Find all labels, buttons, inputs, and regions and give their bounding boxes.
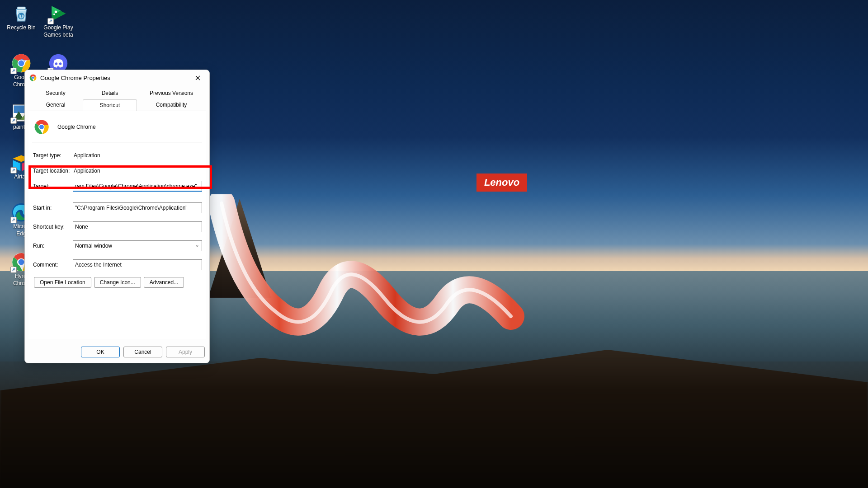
shortcut-arrow-icon: ↗ <box>10 167 17 174</box>
shortcut-arrow-icon: ↗ <box>10 267 17 273</box>
tab-security[interactable]: Security <box>28 87 83 99</box>
dialog-title: Google Chrome Properties <box>40 75 185 81</box>
play-games-icon: ↗ <box>48 4 68 23</box>
desktop-icon-recycle-bin[interactable]: Recycle Bin <box>4 4 39 32</box>
dialog-footer: OK Cancel Apply <box>25 343 209 363</box>
desktop-icon-label: Google Play Games beta <box>41 24 76 38</box>
target-location-value: Application <box>73 168 202 174</box>
desktop-wallpaper[interactable]: Lenovo Recycle Bin ↗ Google Play Games b… <box>0 0 868 488</box>
svg-point-9 <box>19 61 24 66</box>
close-icon <box>195 75 200 80</box>
dialog-titlebar[interactable]: Google Chrome Properties <box>25 70 209 85</box>
target-location-label: Target location: <box>32 168 73 174</box>
ok-button[interactable]: OK <box>81 347 120 357</box>
svg-point-2 <box>55 11 57 14</box>
target-label: Target: <box>32 183 73 189</box>
comment-input[interactable] <box>73 259 202 270</box>
change-icon-button[interactable]: Change Icon... <box>94 277 141 288</box>
open-file-location-button[interactable]: Open File Location <box>34 277 91 288</box>
desktop-icon-google-play-games[interactable]: ↗ Google Play Games beta <box>41 4 76 38</box>
apply-button[interactable]: Apply <box>166 347 205 357</box>
tab-general[interactable]: General <box>28 99 83 111</box>
tab-previous-versions[interactable]: Previous Versions <box>137 87 206 99</box>
svg-point-12 <box>59 62 62 65</box>
svg-point-3 <box>53 14 55 15</box>
shortcut-arrow-icon: ↗ <box>10 68 17 74</box>
svg-point-11 <box>55 62 58 65</box>
target-input[interactable] <box>73 181 202 192</box>
svg-rect-0 <box>17 7 25 9</box>
cancel-button[interactable]: Cancel <box>123 347 162 357</box>
start-in-label: Start in: <box>32 205 73 211</box>
start-in-input[interactable] <box>73 202 202 213</box>
desktop-icon-label: Recycle Bin <box>7 24 35 32</box>
recycle-bin-icon <box>11 4 31 23</box>
advanced-button[interactable]: Advanced... <box>144 277 184 288</box>
svg-point-25 <box>39 125 44 129</box>
shortcut-key-label: Shortcut key: <box>32 224 73 230</box>
shortcut-arrow-icon: ↗ <box>10 217 17 223</box>
tab-panel-shortcut: Google Chrome Target type: Application T… <box>28 111 206 339</box>
svg-point-22 <box>32 77 34 79</box>
close-button[interactable] <box>189 71 207 84</box>
shortcut-key-input[interactable] <box>73 221 202 232</box>
chrome-icon <box>29 74 37 81</box>
run-select[interactable]: Normal window <box>73 240 202 251</box>
tab-shortcut[interactable]: Shortcut <box>83 99 137 111</box>
target-type-label: Target type: <box>32 152 73 159</box>
svg-point-19 <box>19 259 24 265</box>
properties-dialog: Google Chrome Properties Security Detail… <box>24 70 210 363</box>
app-name-label: Google Chrome <box>57 124 96 130</box>
comment-label: Comment: <box>32 262 73 268</box>
target-type-value: Application <box>73 152 202 159</box>
lenovo-logo: Lenovo <box>476 174 527 192</box>
tab-details[interactable]: Details <box>83 87 137 99</box>
shortcut-arrow-icon: ↗ <box>47 18 54 24</box>
run-label: Run: <box>32 243 73 249</box>
tab-strip: Security Details Previous Versions Gener… <box>25 85 209 111</box>
chrome-icon <box>34 119 49 135</box>
tab-compatibility[interactable]: Compatibility <box>137 99 206 111</box>
shortcut-arrow-icon: ↗ <box>10 117 17 124</box>
